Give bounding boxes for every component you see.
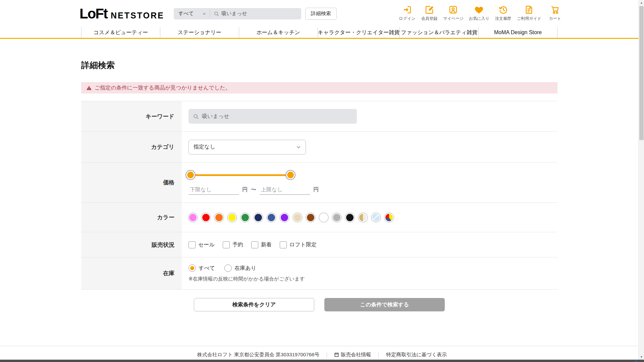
category-select-value: 指定なし: [194, 143, 215, 150]
yen-label: 円: [242, 186, 248, 195]
radio-in-stock-label: 在庫あり: [234, 265, 256, 272]
color-swatch-yellow[interactable]: [228, 213, 236, 222]
footer-link-tokushoho[interactable]: 特定商取引法に基づく表示: [379, 352, 454, 358]
form-row-category: カテゴリ 指定なし: [81, 132, 557, 163]
radio-in-stock[interactable]: 在庫あり: [224, 264, 256, 272]
radio-all[interactable]: すべて: [189, 264, 215, 272]
color-swatch-beige[interactable]: [293, 213, 302, 222]
checkbox-new[interactable]: 新着: [251, 241, 272, 248]
checkbox-icon[interactable]: [223, 241, 230, 248]
color-swatch-orange[interactable]: [215, 213, 223, 222]
mypage-button[interactable]: マイページ: [443, 5, 464, 21]
stock-radio-group: すべて 在庫あり: [189, 264, 305, 272]
order-history-label: 注文履歴: [495, 16, 511, 21]
color-swatch-brown[interactable]: [306, 213, 315, 222]
login-button[interactable]: ログイン: [399, 5, 416, 21]
color-swatch-red[interactable]: [202, 213, 210, 222]
search-icon: [193, 114, 199, 119]
yen-label: 円: [313, 186, 319, 195]
price-row-label: 価格: [81, 163, 182, 202]
header-search-input[interactable]: [221, 11, 297, 16]
form-actions: 検索条件をクリア この条件で検索する: [81, 298, 557, 311]
history-icon: [498, 5, 508, 15]
checkbox-icon[interactable]: [280, 241, 287, 248]
checkbox-loft-limited-label: ロフト限定: [289, 241, 317, 248]
mypage-label: マイページ: [443, 16, 464, 21]
color-swatch-gold-silver[interactable]: [359, 213, 367, 222]
site-header: LoFt NETSTORE すべて 詳細検索 ログイン 会員登録: [0, 0, 644, 27]
status-checkbox-group: セール 予約 新着 ロフト限定: [189, 241, 317, 248]
vertical-scrollbar[interactable]: ▲ ▼: [638, 0, 644, 360]
scroll-down-arrow[interactable]: ▼: [639, 354, 644, 360]
color-row-label: カラー: [81, 203, 182, 232]
checkbox-reserve[interactable]: 予約: [223, 241, 243, 248]
checkbox-icon[interactable]: [251, 241, 258, 248]
form-row-color: カラー: [81, 203, 557, 232]
stock-row-label: 在庫: [81, 257, 182, 289]
keyword-row-label: キーワード: [81, 101, 182, 131]
price-range-slider[interactable]: [190, 171, 291, 179]
guide-button[interactable]: ご利用ガイド: [517, 5, 541, 21]
order-history-button[interactable]: 注文履歴: [495, 5, 512, 21]
color-swatch-white[interactable]: [319, 213, 328, 222]
cart-icon: [550, 5, 560, 15]
color-swatch-gray[interactable]: [332, 213, 341, 222]
nav-item-moma[interactable]: MoMA Design Store: [478, 27, 557, 38]
footer-company-text: 株式会社ロフト 東京都公安委員会 第303319700768号: [190, 352, 327, 358]
nav-item-stationery[interactable]: ステーショナリー: [160, 27, 239, 38]
clear-conditions-button[interactable]: 検索条件をクリア: [194, 298, 314, 311]
search-icon: [214, 11, 219, 16]
nav-item-home-kitchen[interactable]: ホーム＆キッチン: [239, 27, 318, 38]
checkbox-loft-limited[interactable]: ロフト限定: [280, 241, 317, 248]
search-category-value: すべて: [178, 10, 194, 17]
color-swatch-navy[interactable]: [254, 213, 263, 222]
login-label: ログイン: [399, 16, 415, 21]
loft-logo[interactable]: LoFt NETSTORE: [79, 6, 164, 22]
stock-note: ※在庫情報の反映に時間がかかる場合がございます: [189, 276, 305, 282]
slider-handle-min[interactable]: [186, 171, 195, 179]
color-swatch-green[interactable]: [241, 213, 250, 222]
color-swatch-multicolor[interactable]: [385, 213, 393, 222]
category-row-label: カテゴリ: [81, 132, 182, 162]
slider-handle-max[interactable]: [286, 171, 295, 179]
login-icon: [402, 5, 412, 15]
nav-item-character[interactable]: キャラクター・クリエイター雑貨: [318, 27, 400, 38]
nav-item-fashion[interactable]: ファッション＆バラエティ雑貨: [399, 27, 478, 38]
chevron-down-icon: [296, 145, 301, 149]
checkbox-reserve-label: 予約: [232, 241, 243, 248]
price-min-input[interactable]: [189, 186, 239, 195]
keyword-input[interactable]: [202, 113, 352, 119]
tilde-label: 〜: [251, 186, 256, 195]
scroll-up-arrow[interactable]: ▲: [639, 0, 644, 5]
radio-icon-selected[interactable]: [189, 264, 196, 272]
checkbox-sale-label: セール: [198, 241, 215, 248]
price-max-input[interactable]: [260, 186, 310, 195]
detail-search-button[interactable]: 詳細検索: [305, 8, 337, 20]
page-title: 詳細検索: [81, 60, 557, 71]
cart-button[interactable]: カート: [547, 5, 564, 21]
color-swatch-blue[interactable]: [267, 213, 276, 222]
checkbox-icon[interactable]: [189, 241, 196, 248]
color-swatch-black[interactable]: [345, 213, 354, 222]
browser-viewport: LoFt NETSTORE すべて 詳細検索 ログイン 会員登録: [0, 0, 644, 362]
checkbox-sale[interactable]: セール: [189, 241, 215, 248]
color-swatch-clear[interactable]: [372, 213, 380, 222]
footer-link-company-info[interactable]: 販売会社情報: [327, 352, 378, 358]
favorites-button[interactable]: お気に入り: [469, 5, 489, 21]
register-button[interactable]: 会員登録: [421, 5, 438, 21]
color-swatches: [189, 213, 393, 222]
register-icon: [424, 5, 434, 15]
radio-icon[interactable]: [224, 264, 232, 272]
cart-label: カート: [549, 16, 561, 21]
header-search-field[interactable]: [210, 11, 301, 16]
nav-item-cosme[interactable]: コスメ＆ビューティー: [81, 27, 160, 38]
color-swatch-pink[interactable]: [189, 213, 197, 222]
radio-all-label: すべて: [199, 265, 215, 272]
color-swatch-purple[interactable]: [280, 213, 289, 222]
scrollbar-thumb[interactable]: [639, 6, 644, 140]
error-message: ご指定の条件に一致する商品が見つかりませんでした。: [95, 84, 231, 92]
category-select[interactable]: 指定なし: [189, 140, 306, 155]
search-with-conditions-button[interactable]: この条件で検索する: [324, 298, 445, 311]
search-category-select[interactable]: すべて: [174, 8, 210, 19]
keyword-input-wrap[interactable]: [189, 109, 357, 124]
